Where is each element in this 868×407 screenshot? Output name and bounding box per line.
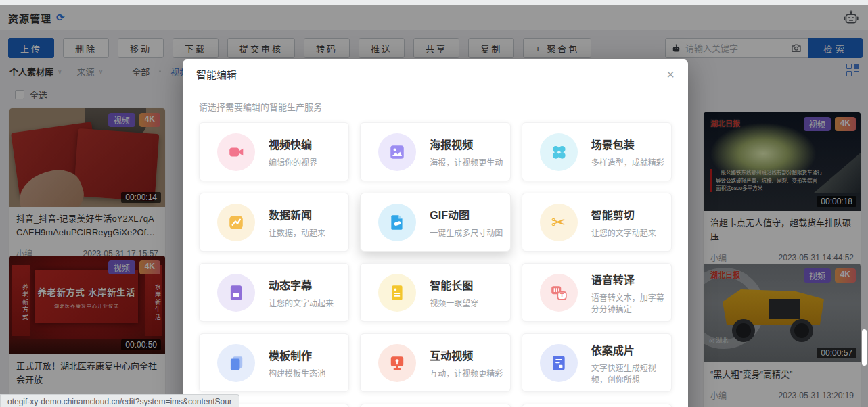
service-desc: 海报，让视频更生动 bbox=[430, 156, 503, 168]
service-card-gif[interactable]: GIF动图 一键生成多尺寸动图 bbox=[360, 193, 510, 252]
service-name: 互动视频 bbox=[430, 347, 503, 363]
page-scrollbar[interactable] bbox=[862, 329, 867, 366]
petals-icon bbox=[540, 133, 578, 171]
link-preview-statusbar: otegif-xy-demo.chinamcloud.cn/edit?syste… bbox=[0, 394, 239, 407]
link-preview-url: otegif-xy-demo.chinamcloud.cn/edit?syste… bbox=[7, 397, 232, 406]
service-name: 视频快编 bbox=[269, 136, 317, 152]
service-desc: 语音转文本，加字幕分分钟搞定 bbox=[591, 291, 671, 314]
service-card-script-to-film[interactable]: 依案成片 文字快速生成短视频，创你所想 bbox=[522, 333, 672, 392]
service-name: 智能长图 bbox=[430, 277, 478, 293]
poster-image-icon bbox=[378, 133, 416, 171]
video-camera-icon bbox=[217, 133, 255, 171]
scissors-icon: ✂ bbox=[540, 204, 578, 241]
service-name: 智能剪切 bbox=[591, 206, 656, 222]
subtitle-doc-icon bbox=[217, 274, 255, 312]
close-icon[interactable]: × bbox=[666, 68, 675, 81]
service-desc: 让数据，动起来 bbox=[269, 226, 325, 238]
svg-text:T: T bbox=[560, 292, 564, 299]
service-card-poster-video[interactable]: 海报视频 海报，让视频更生动 bbox=[360, 122, 510, 181]
service-card-video-quick-edit[interactable]: 视频快编 编辑你的视界 bbox=[199, 122, 349, 181]
service-card-speech-translate[interactable]: T 语音转译 语音转文本，加字幕分分钟搞定 bbox=[522, 263, 672, 322]
modal-prompt: 请选择需要编辑的智能生产服务 bbox=[199, 100, 672, 113]
monitor-hand-icon bbox=[378, 344, 416, 382]
service-card-placeholder[interactable] bbox=[360, 404, 510, 407]
browser-top-strip bbox=[0, 0, 868, 5]
service-name: 数据新闻 bbox=[269, 206, 325, 222]
service-grid: 视频快编 编辑你的视界 海报视频 海报，让视频更生动 场景包装 多样造型，成就精… bbox=[199, 122, 672, 407]
service-desc: 让您的文字动起来 bbox=[591, 226, 656, 238]
service-card-smart-long-image[interactable]: 智能长图 视频一眼望穿 bbox=[360, 263, 510, 322]
service-name: 海报视频 bbox=[430, 136, 503, 152]
service-card-data-news[interactable]: 数据新闻 让数据，动起来 bbox=[199, 193, 349, 252]
service-card-template-making[interactable]: 模板制作 构建模板生态池 bbox=[199, 333, 349, 392]
long-image-icon bbox=[378, 274, 416, 312]
service-name: GIF动图 bbox=[430, 206, 503, 222]
gif-file-icon bbox=[378, 204, 416, 241]
script-doc-icon bbox=[540, 344, 578, 382]
service-name: 场景包装 bbox=[591, 136, 664, 152]
service-desc: 构建模板生态池 bbox=[269, 367, 325, 379]
modal-header: 智能编辑 × bbox=[183, 59, 688, 89]
service-name: 动态字幕 bbox=[269, 277, 334, 293]
service-name: 依案成片 bbox=[591, 341, 671, 358]
service-card-dynamic-subtitle[interactable]: 动态字幕 让您的文字动起来 bbox=[199, 263, 349, 322]
modal-title: 智能编辑 bbox=[196, 67, 237, 81]
service-card-placeholder[interactable] bbox=[522, 404, 672, 407]
service-desc: 互动，让视频更精彩 bbox=[430, 367, 503, 379]
service-desc: 一键生成多尺寸动图 bbox=[430, 226, 503, 238]
service-card-scene-packaging[interactable]: 场景包装 多样造型，成就精彩 bbox=[522, 122, 672, 181]
chart-icon bbox=[217, 204, 255, 241]
service-desc: 编辑你的视界 bbox=[269, 156, 317, 168]
resource-manager-page: 资源管理 ⟳ 上传 删除 移动 下载 提交审核 转码 推送 共享 复制 + 聚合… bbox=[0, 0, 868, 407]
service-name: 语音转译 bbox=[591, 271, 671, 287]
service-desc: 视频一眼望穿 bbox=[430, 297, 478, 308]
service-desc: 文字快速生成短视频，创你所想 bbox=[591, 362, 671, 385]
service-name: 模板制作 bbox=[269, 347, 325, 363]
service-card-smart-cut[interactable]: ✂ 智能剪切 让您的文字动起来 bbox=[522, 193, 672, 252]
service-card-interactive-video[interactable]: 互动视频 互动，让视频更精彩 bbox=[360, 333, 510, 392]
stacked-pages-icon bbox=[217, 344, 255, 382]
service-desc: 多样造型，成就精彩 bbox=[591, 156, 664, 168]
smart-edit-modal: 智能编辑 × 请选择需要编辑的智能生产服务 视频快编 编辑你的视界 海报视频 bbox=[183, 59, 688, 407]
translate-icon: T bbox=[540, 274, 578, 312]
service-desc: 让您的文字动起来 bbox=[269, 297, 334, 308]
